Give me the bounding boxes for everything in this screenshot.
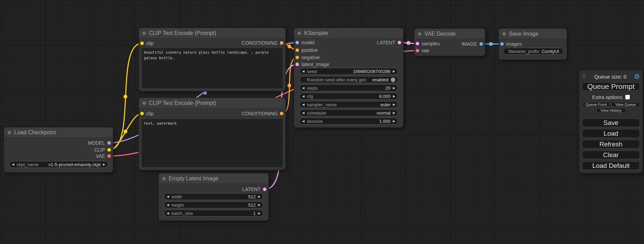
latent-port-dot[interactable] [263, 188, 266, 191]
increment-arrow-icon[interactable]: ▶ [393, 118, 395, 124]
output-slot-conditioning: CONDITIONING [242, 40, 283, 46]
decrement-arrow-icon[interactable]: ◀ [167, 210, 169, 216]
decrement-arrow-icon[interactable]: ◀ [302, 118, 305, 124]
image-port-dot[interactable] [479, 42, 483, 46]
input-slot-clip: clip [140, 111, 153, 116]
node-ksampler[interactable]: KSampler model positive negative latent_… [294, 28, 403, 127]
increment-arrow-icon[interactable]: ▶ [393, 68, 395, 74]
node-empty-latent-image[interactable]: Empty Latent Image LATENT ◀ width 512 ▶ … [159, 173, 268, 220]
increment-arrow-icon[interactable]: ▶ [103, 161, 105, 168]
widget-width[interactable]: ◀ width 512 ▶ [164, 193, 263, 200]
conditioning-port-dot[interactable] [280, 41, 283, 45]
widget-sampler-name[interactable]: ◀ sampler_name euler ▶ [299, 101, 398, 108]
widget-steps[interactable]: ◀ steps 20 ▶ [299, 84, 398, 91]
load-default-button[interactable]: Load Default [582, 161, 640, 170]
node-title-bar[interactable]: Empty Latent Image [159, 173, 268, 184]
clip-port-dot[interactable] [107, 148, 111, 152]
input-slot-clip: clip [140, 40, 153, 46]
conditioning-port-dot[interactable] [280, 112, 283, 115]
node-save-image[interactable]: Save Image images filename_prefix ComfyU… [499, 29, 567, 60]
node-title: CLIP Text Encode (Prompt) [149, 100, 216, 106]
node-title-bar[interactable]: VAE Decode [414, 29, 485, 39]
decrement-arrow-icon[interactable]: ◀ [302, 101, 305, 108]
extra-options-label: Extra options [592, 94, 623, 100]
widget-filename-prefix[interactable]: filename_prefix ComfyUI [503, 48, 564, 55]
view-queue-button[interactable]: View Queue [611, 102, 640, 107]
queue-prompt-button[interactable]: Queue Prompt [582, 82, 640, 91]
widget-ckpt-name[interactable]: ◀ ckpt_name v1-5-pruned-emaonly.ckpt ▶ [9, 161, 108, 168]
input-slot-vae: vae [416, 48, 430, 53]
vae-port-dot[interactable] [107, 154, 111, 158]
node-title-bar[interactable]: Save Image [499, 29, 567, 39]
input-slot-negative: negative [295, 55, 320, 60]
latent-port-dot[interactable] [398, 41, 401, 44]
save-button[interactable]: Save [582, 118, 640, 127]
decrement-arrow-icon[interactable]: ◀ [302, 68, 305, 74]
gear-icon[interactable]: ⚙ [634, 73, 640, 80]
widget-cfg[interactable]: ◀ cfg 8.000 ▶ [299, 93, 398, 100]
prompt-textarea[interactable]: text, watermark [142, 119, 283, 167]
decrement-arrow-icon[interactable]: ◀ [167, 202, 169, 208]
model-port-dot[interactable] [107, 141, 111, 145]
link-dot-model [203, 91, 207, 95]
extra-options-checkbox[interactable] [625, 95, 630, 99]
widget-random-seed-toggle[interactable]: Random seed after every gen enabled [299, 76, 398, 83]
decrement-arrow-icon[interactable]: ◀ [302, 110, 305, 116]
output-slot-clip: CLIP [94, 147, 111, 153]
increment-arrow-icon[interactable]: ▶ [258, 202, 261, 208]
model-port-dot[interactable] [295, 41, 299, 44]
clip-port-dot[interactable] [140, 42, 144, 45]
queue-front-button[interactable]: Queue Front [582, 102, 610, 107]
extra-options-row: Extra options [579, 94, 643, 100]
node-title-bar[interactable]: CLIP Text Encode (Prompt) [139, 28, 285, 38]
node-title-bar[interactable]: Load Checkpoint [4, 127, 113, 138]
latent-port-dot[interactable] [295, 63, 299, 66]
view-history-button[interactable]: View History [596, 108, 626, 113]
output-slot-latent: LATENT [377, 40, 401, 45]
link-dot-image [489, 42, 493, 46]
increment-arrow-icon[interactable]: ▶ [258, 193, 261, 200]
drag-handle-icon[interactable]: ⠿ [582, 73, 587, 80]
increment-arrow-icon[interactable]: ▶ [393, 93, 395, 99]
node-load-checkpoint[interactable]: Load Checkpoint MODEL CLIP VAE ◀ ckpt_na… [4, 127, 113, 172]
widget-scheduler[interactable]: ◀ scheduler normal ▶ [299, 109, 398, 116]
image-port-dot[interactable] [500, 42, 504, 46]
conditioning-port-dot[interactable] [295, 48, 299, 52]
increment-arrow-icon[interactable]: ▶ [393, 110, 395, 116]
toggle-on-dot[interactable] [391, 78, 395, 82]
widget-height[interactable]: ◀ height 512 ▶ [164, 201, 263, 208]
refresh-button[interactable]: Refresh [582, 140, 640, 148]
decrement-arrow-icon[interactable]: ◀ [12, 161, 14, 168]
node-clip-text-encode-positive[interactable]: CLIP Text Encode (Prompt) clip CONDITION… [139, 28, 285, 91]
widget-seed[interactable]: ◀ seed 156680208700286 ▶ [299, 68, 398, 75]
clip-port-dot[interactable] [140, 112, 144, 115]
node-clip-text-encode-negative[interactable]: CLIP Text Encode (Prompt) clip CONDITION… [139, 98, 285, 170]
output-slot-conditioning: CONDITIONING [242, 111, 283, 116]
output-slot-vae: VAE [96, 153, 111, 159]
prompt-textarea[interactable]: beautiful scenery nature glass bottle la… [142, 48, 283, 88]
input-slot-model: model [295, 40, 315, 45]
node-status-dot [142, 101, 146, 105]
node-vae-decode[interactable]: VAE Decode samples vae IMAGE [414, 29, 485, 56]
conditioning-port-dot[interactable] [295, 56, 299, 59]
decrement-arrow-icon[interactable]: ◀ [167, 193, 169, 200]
queue-size-label: Queue size: 0 [587, 74, 634, 80]
output-slot-image: IMAGE [461, 41, 483, 47]
latent-port-dot[interactable] [416, 42, 419, 45]
node-title-bar[interactable]: KSampler [294, 28, 403, 38]
increment-arrow-icon[interactable]: ▶ [393, 101, 395, 108]
output-slot-model: MODEL [88, 140, 111, 146]
load-button[interactable]: Load [582, 129, 640, 138]
widget-batch-size[interactable]: ◀ batch_size 1 ▶ [164, 210, 263, 217]
node-title-bar[interactable]: CLIP Text Encode (Prompt) [139, 98, 285, 108]
decrement-arrow-icon[interactable]: ◀ [302, 93, 305, 99]
clear-button[interactable]: Clear [582, 151, 640, 159]
node-title: Save Image [509, 31, 538, 37]
widget-denoise[interactable]: ◀ denoise 1.000 ▶ [299, 118, 398, 125]
increment-arrow-icon[interactable]: ▶ [258, 210, 261, 216]
increment-arrow-icon[interactable]: ▶ [393, 85, 395, 91]
decrement-arrow-icon[interactable]: ◀ [302, 85, 305, 91]
vae-port-dot[interactable] [416, 49, 419, 52]
link-dot-clip-2 [124, 130, 127, 134]
link-dot-clip-1 [124, 95, 127, 99]
